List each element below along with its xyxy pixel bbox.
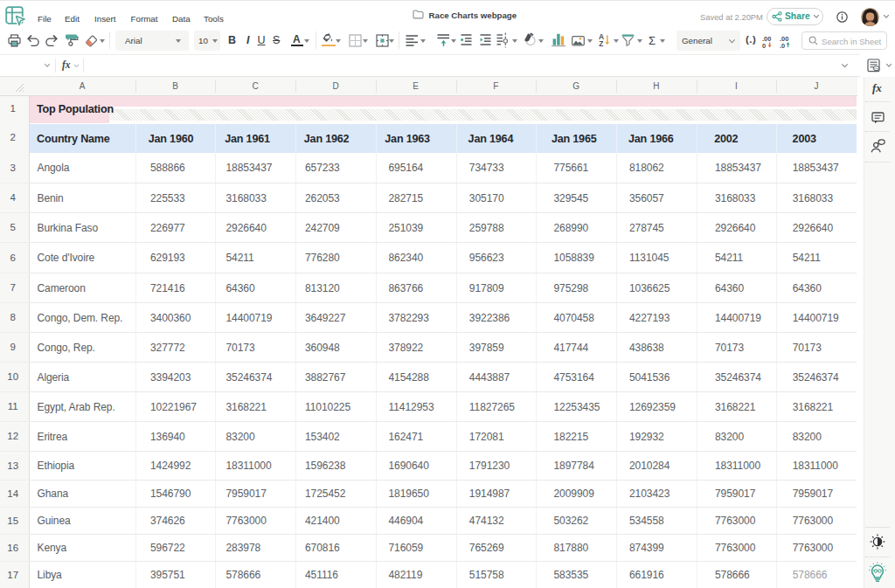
- svg-text:Z: Z: [599, 39, 603, 46]
- svg-text:.0: .0: [780, 41, 785, 48]
- svg-text:0: 0: [762, 41, 766, 48]
